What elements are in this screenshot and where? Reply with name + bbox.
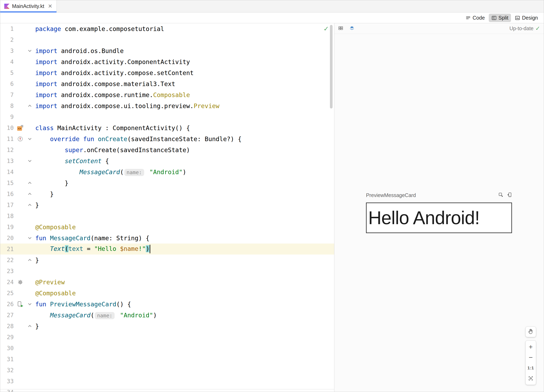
code-line-19: 19@Composable bbox=[0, 221, 334, 232]
code-text[interactable]: import androidx.compose.runtime.Composab… bbox=[34, 91, 334, 99]
code-line-28: 28} bbox=[0, 321, 334, 332]
code-text[interactable]: @Preview bbox=[34, 279, 334, 286]
fold-down-marker[interactable] bbox=[25, 237, 34, 239]
code-line-5: 5import androidx.activity.compose.setCon… bbox=[0, 67, 334, 78]
design-view-label: Design bbox=[522, 15, 538, 21]
compose-preview-pane: Up-to-date ✓ PreviewMessageCard Hello An… bbox=[334, 23, 544, 392]
kotlin-file-icon bbox=[4, 4, 10, 9]
code-editor: 1package com.example.composetutorial23im… bbox=[0, 23, 334, 392]
fold-up-marker[interactable] bbox=[25, 182, 34, 184]
run-on-device-icon[interactable] bbox=[507, 192, 512, 198]
preview-settings-gear-icon[interactable] bbox=[18, 279, 23, 285]
code-line-33: 33 bbox=[0, 376, 334, 387]
code-text[interactable]: } bbox=[34, 256, 334, 264]
tab-close-icon[interactable]: ✕ bbox=[48, 3, 52, 9]
code-text[interactable]: fun PreviewMessageCard() { bbox=[34, 301, 334, 308]
inspections-ok-check-icon[interactable]: ✓ bbox=[323, 25, 329, 33]
fold-up-marker[interactable] bbox=[25, 203, 34, 206]
tab-mainactivity[interactable]: MainActivity.kt ✕ bbox=[0, 0, 57, 12]
code-line-3: 3import android.os.Bundle bbox=[0, 45, 334, 56]
line-number: 8 bbox=[0, 103, 15, 109]
gutter-icon-cell[interactable]: ↑ bbox=[15, 137, 25, 141]
code-text[interactable]: import androidx.activity.ComponentActivi… bbox=[34, 58, 334, 65]
code-text[interactable]: override fun onCreate(savedInstanceState… bbox=[34, 136, 334, 143]
zoom-out-button[interactable]: − bbox=[526, 352, 536, 363]
code-text[interactable]: @Composable bbox=[34, 290, 334, 297]
code-text[interactable]: import android.os.Bundle bbox=[34, 47, 334, 54]
code-text[interactable]: @Composable bbox=[34, 224, 334, 231]
fold-up-marker[interactable] bbox=[25, 325, 34, 327]
line-number: 18 bbox=[0, 213, 15, 220]
class-marker-icon[interactable]: <> bbox=[17, 125, 23, 131]
run-preview-device-icon[interactable]: ▶ bbox=[18, 301, 23, 307]
fold-up-marker[interactable] bbox=[25, 259, 34, 261]
preview-grid-view-icon[interactable] bbox=[338, 25, 343, 32]
line-number: 33 bbox=[0, 378, 15, 385]
preview-layers-icon[interactable] bbox=[349, 25, 355, 32]
code-text[interactable]: package com.example.composetutorial bbox=[34, 25, 334, 32]
line-number: 16 bbox=[0, 191, 15, 197]
code-text[interactable]: import androidx.compose.material3.Text bbox=[34, 80, 334, 88]
code-text[interactable]: } bbox=[34, 202, 334, 209]
view-code-button[interactable]: Code bbox=[463, 14, 488, 22]
preview-canvas[interactable]: Hello Android! bbox=[366, 202, 512, 233]
split-view-icon bbox=[491, 15, 497, 21]
line-number: 22 bbox=[0, 257, 15, 263]
code-line-26: 26▶fun PreviewMessageCard() { bbox=[0, 299, 334, 310]
view-design-button[interactable]: Design bbox=[512, 14, 541, 22]
fold-up-marker[interactable] bbox=[25, 104, 34, 107]
interactive-preview-icon[interactable] bbox=[498, 192, 503, 198]
code-text[interactable]: import androidx.activity.compose.setCont… bbox=[34, 69, 334, 77]
code-text[interactable]: super.onCreate(savedInstanceState) bbox=[34, 146, 334, 154]
zoom-actual-size-button[interactable]: 1:1 bbox=[526, 363, 536, 373]
split-view-label: Split bbox=[498, 15, 509, 21]
code-text[interactable]: class MainActivity : ComponentActivity()… bbox=[34, 125, 334, 131]
view-split-button[interactable]: Split bbox=[489, 14, 511, 22]
code-view-icon bbox=[466, 15, 471, 21]
line-number: 1 bbox=[0, 25, 15, 32]
gutter-icon-cell[interactable]: ▶ bbox=[15, 301, 25, 307]
line-number: 13 bbox=[0, 158, 15, 164]
fold-down-marker[interactable] bbox=[25, 137, 34, 140]
line-number: 19 bbox=[0, 224, 15, 231]
zoom-to-fit-button[interactable] bbox=[526, 373, 536, 384]
line-number: 31 bbox=[0, 356, 15, 363]
code-text[interactable]: } bbox=[34, 190, 334, 198]
android-studio-split-editor: { "colors": { "accent_blue": "#3574F0", … bbox=[0, 0, 544, 392]
fold-down-marker[interactable] bbox=[25, 49, 34, 52]
design-view-icon bbox=[515, 15, 520, 21]
code-text[interactable]: fun MessageCard(name: String) { bbox=[34, 235, 334, 242]
code-text[interactable]: import androidx.compose.ui.tooling.previ… bbox=[34, 102, 334, 110]
code-text[interactable]: } bbox=[34, 179, 334, 187]
code-line-8: 8import androidx.compose.ui.tooling.prev… bbox=[0, 100, 334, 111]
sync-status-label: Up-to-date bbox=[509, 25, 533, 31]
code-view-label: Code bbox=[473, 15, 485, 21]
code-text[interactable]: MessageCard(name: "Android") bbox=[34, 168, 334, 176]
code-line-12: 12 super.onCreate(savedInstanceState) bbox=[0, 144, 334, 155]
gutter-icon-cell[interactable]: <> bbox=[15, 125, 25, 131]
code-line-27: 27 MessageCard(name: "Android") bbox=[0, 310, 334, 321]
fold-up-marker[interactable] bbox=[25, 193, 34, 195]
code-text[interactable]: setContent { bbox=[34, 157, 334, 165]
code-text[interactable]: MessageCard(name: "Android") bbox=[34, 312, 334, 319]
override-method-icon[interactable]: ↑ bbox=[18, 137, 23, 141]
preview-sync-status: Up-to-date ✓ bbox=[509, 25, 540, 32]
code-line-6: 6import androidx.compose.material3.Text bbox=[0, 78, 334, 89]
code-line-17: 17} bbox=[0, 199, 334, 210]
code-text[interactable]: Text(text = "Hello $name!") bbox=[34, 245, 334, 253]
code-line-20: 20fun MessageCard(name: String) { bbox=[0, 232, 334, 244]
fold-down-marker[interactable] bbox=[25, 160, 34, 162]
line-number: 4 bbox=[0, 59, 15, 65]
code-line-25: 25@Composable bbox=[0, 288, 334, 299]
preview-card-header: PreviewMessageCard bbox=[366, 192, 512, 198]
preview-rendered-text: Hello Android! bbox=[367, 208, 479, 228]
gutter-icon-cell[interactable] bbox=[15, 279, 25, 285]
code-line-30: 30 bbox=[0, 343, 334, 354]
fold-down-marker[interactable] bbox=[25, 303, 34, 306]
code-text[interactable]: } bbox=[34, 323, 334, 330]
editor-vertical-scrollbar[interactable] bbox=[330, 25, 332, 108]
line-number: 30 bbox=[0, 345, 15, 352]
pan-tool-button[interactable] bbox=[526, 327, 536, 337]
line-number: 12 bbox=[0, 147, 15, 153]
zoom-in-button[interactable]: + bbox=[526, 341, 536, 352]
